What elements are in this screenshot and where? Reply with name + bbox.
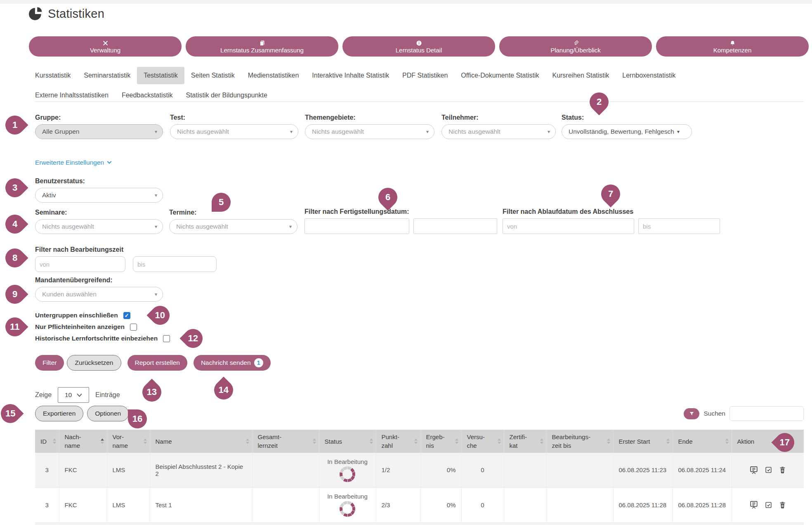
cell-ergebnis: 0% <box>420 453 461 487</box>
chevron-down-icon: ▾ <box>155 224 157 229</box>
page-size-select[interactable]: 10 <box>58 387 89 403</box>
nav-button-planung-ueberblick[interactable]: Planung/Überblick <box>499 36 652 57</box>
filter-themengebiete: Themengebiete: Nichts ausgewählt ▾ <box>305 114 434 139</box>
sort-icon <box>607 439 610 444</box>
ablaufdatum-bis-input[interactable] <box>638 218 720 234</box>
col-header-gesamtlernzeit[interactable]: Gesamt- lernzeit <box>252 430 319 453</box>
export-button[interactable]: Exportieren <box>35 406 83 421</box>
status-label: Status: <box>562 114 692 121</box>
report-screen-icon[interactable] <box>749 500 758 509</box>
tools-icon <box>102 40 109 46</box>
col-header-erster-start[interactable]: Erster Start <box>613 430 673 453</box>
nav-button-lernstatus-detail[interactable]: Lernstatus Detail <box>342 36 495 57</box>
cell-id: 3 <box>35 453 59 487</box>
send-message-button[interactable]: Nachricht senden 1 <box>194 355 271 371</box>
search-input[interactable] <box>729 406 804 421</box>
fertigstellungsdatum-von-input[interactable] <box>304 218 409 234</box>
filter-funnel-icon[interactable] <box>684 408 699 419</box>
col-header-status[interactable]: Status <box>319 430 376 453</box>
documents-icon <box>259 40 265 46</box>
teilnehmer-select[interactable]: Nichts ausgewählt ▾ <box>441 124 556 139</box>
cell-vorname: LMS <box>107 453 150 487</box>
col-header-ergebnis[interactable]: Ergeb- nis <box>420 430 461 453</box>
mandanten-select[interactable]: Kunden auswählen ▾ <box>35 287 163 302</box>
pflichteinheiten-checkbox[interactable] <box>130 324 137 331</box>
filter-button[interactable]: Filter <box>35 355 64 371</box>
checkbox-icon[interactable] <box>765 501 772 509</box>
options-button[interactable]: Optionen <box>87 406 129 421</box>
col-header-vorname[interactable]: Vor- name <box>107 430 150 453</box>
report-button[interactable]: Report erstellen <box>127 355 187 371</box>
benutzerstatus-select[interactable]: Aktiv ▾ <box>35 188 163 203</box>
col-header-ende[interactable]: Ende <box>673 430 732 453</box>
sort-icon <box>455 439 458 444</box>
erweiterte-einstellungen-link[interactable]: Erweiterte Einstellungen <box>35 159 112 166</box>
fertigstellungsdatum-bis-input[interactable] <box>413 218 497 234</box>
report-screen-icon[interactable] <box>749 466 758 475</box>
gruppe-value: Alle Gruppen <box>42 128 79 135</box>
checkbox-icon[interactable] <box>765 466 772 474</box>
tab-kursreihen[interactable]: Kursreihen Statistik <box>545 67 616 84</box>
seminare-select[interactable]: Nichts ausgewählt ▾ <box>35 219 163 234</box>
termine-select[interactable]: Nichts ausgewählt ▾ <box>169 219 297 234</box>
trash-icon[interactable] <box>779 501 786 509</box>
termine-label: Termine: <box>169 209 297 216</box>
tab-teststatistik[interactable]: Teststatistik <box>137 67 184 84</box>
ablaufdatum-label: Filter nach Ablaufdatum des Abschlusses <box>503 208 720 215</box>
annotation-marker-12: 12 <box>179 325 206 352</box>
bearbeitungszeit-von-input[interactable] <box>35 256 125 272</box>
gruppe-select[interactable]: Alle Gruppen ▾ <box>35 124 163 139</box>
bearbeitungszeit-bis-input[interactable] <box>133 256 217 272</box>
test-select[interactable]: Nichts ausgewählt ▾ <box>170 124 298 139</box>
paperclip-icon <box>573 40 579 46</box>
nav-label: Kompetenzen <box>713 47 752 53</box>
nav-button-kompetenzen[interactable]: Kompetenzen <box>656 36 809 57</box>
col-header-nachname[interactable]: Nach- name <box>59 430 107 453</box>
chevron-down-icon: ▾ <box>155 192 157 198</box>
nav-label: Verwaltung <box>90 47 120 53</box>
chevron-down-icon: ▾ <box>426 129 429 135</box>
gruppe-label: Gruppe: <box>35 114 163 121</box>
historische-label: Historische Lernfortschritte einbeziehen <box>35 335 158 342</box>
tab-pdf-statistiken[interactable]: PDF Statistiken <box>396 67 454 84</box>
tab-medienstatistiken[interactable]: Medienstatistiken <box>241 67 306 84</box>
nav-button-verwaltung[interactable]: Verwaltung <box>29 36 182 57</box>
tabs-divider <box>35 102 804 102</box>
tab-office-dokumente[interactable]: Office-Dokumente Statistik <box>454 67 545 84</box>
ablaufdatum-von-input[interactable] <box>503 218 634 234</box>
tab-lernboxen[interactable]: Lernboxenstatistik <box>616 67 682 84</box>
themengebiete-select[interactable]: Nichts ausgewählt ▾ <box>305 124 434 139</box>
tab-kursstatistik[interactable]: Kursstatistik <box>28 67 77 84</box>
nav-button-lernstatus-zusammenfassung[interactable]: Lernstatus Zusammenfassung <box>186 36 338 57</box>
col-header-name[interactable]: Name <box>150 430 252 453</box>
reset-button[interactable]: Zurücksetzen <box>67 355 121 371</box>
tab-seminarstatistik[interactable]: Seminarstatistik <box>77 67 137 84</box>
annotation-marker-2: 2 <box>585 88 612 115</box>
col-header-id[interactable]: ID <box>35 430 59 453</box>
col-header-versuche[interactable]: Versu- che <box>461 430 504 453</box>
sort-icon <box>53 439 56 444</box>
col-header-zertifikat[interactable]: Zertifi- kat <box>504 430 546 453</box>
col-header-punktzahl[interactable]: Punkt- zahl <box>376 430 420 453</box>
statistics-tabs-row1: Kursstatistik Seminarstatistik Teststati… <box>28 67 682 84</box>
sort-icon <box>414 439 418 444</box>
cell-versuche: 0 <box>461 453 504 487</box>
sort-icon <box>246 439 249 444</box>
col-header-bearbeitungszeit[interactable]: Bearbeitungs- zeit bis <box>546 430 613 453</box>
pie-chart-icon <box>29 7 43 21</box>
trash-icon[interactable] <box>779 466 786 474</box>
tab-interaktive-inhalte[interactable]: Interaktive Inhalte Statistik <box>305 67 396 84</box>
erweiterte-einstellungen-label: Erweiterte Einstellungen <box>35 159 104 166</box>
results-table: ID Nach- name Vor- name Name Gesamt- ler… <box>35 430 804 522</box>
page-title: Statistiken <box>48 7 104 21</box>
annotation-marker-9: 9 <box>1 281 28 307</box>
untergruppen-checkbox[interactable] <box>123 312 130 319</box>
themengebiete-label: Themengebiete: <box>305 114 434 121</box>
tab-seiten-statistik[interactable]: Seiten Statistik <box>184 67 241 84</box>
seminare-label: Seminare: <box>35 209 163 216</box>
nav-label: Lernstatus Detail <box>396 47 442 53</box>
status-select[interactable]: Unvollständig, Bewertung, Fehlgesch ▾ <box>562 124 692 139</box>
historische-checkbox[interactable] <box>163 335 170 342</box>
test-label: Test: <box>170 114 298 121</box>
chevron-down-icon <box>107 161 112 164</box>
